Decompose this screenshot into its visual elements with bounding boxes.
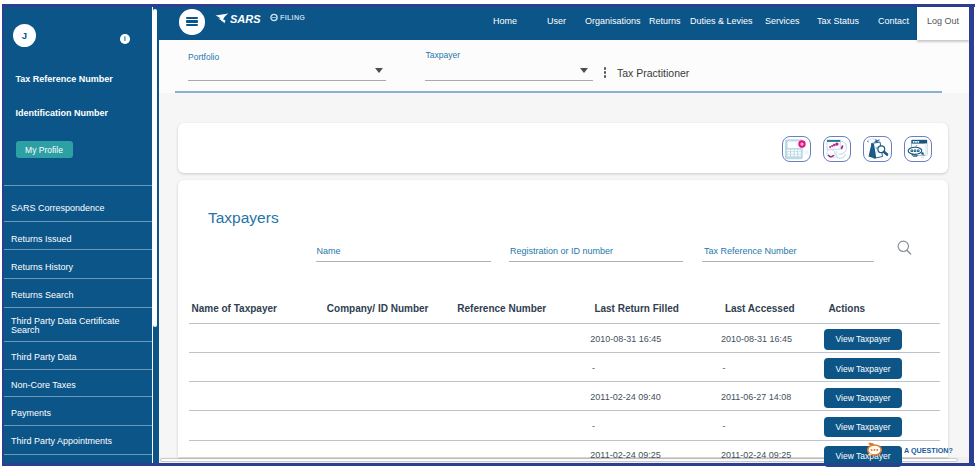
svg-text:%: % [803,149,809,156]
svg-text:FILING: FILING [280,13,305,22]
svg-text:SARS: SARS [230,13,261,25]
